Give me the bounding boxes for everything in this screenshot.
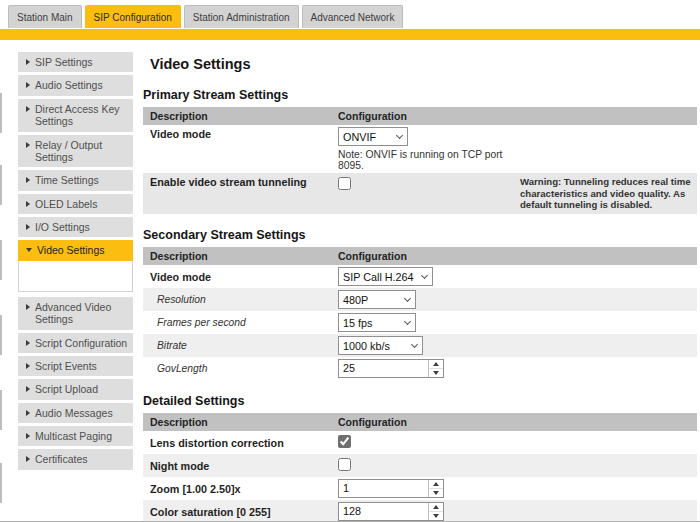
chevron-down-icon xyxy=(26,248,32,252)
tunneling-warning: Warning: Tunneling reduces real time cha… xyxy=(520,173,697,214)
fps-select[interactable]: 15 fps xyxy=(338,313,416,332)
column-header-configuration: Configuration xyxy=(338,248,520,264)
select-value: 15 fps xyxy=(343,317,372,329)
sidebar-item-script-configuration[interactable]: Script Configuration xyxy=(18,333,133,353)
left-edge-mark xyxy=(0,93,2,133)
sidebar-item-io-settings[interactable]: I/O Settings xyxy=(18,217,133,237)
chevron-right-icon xyxy=(26,340,30,346)
primary-video-mode-select[interactable]: ONVIF xyxy=(338,127,408,146)
color-saturation-label: Color saturation [0 255] xyxy=(143,503,338,521)
table-header-row: Description Configuration xyxy=(143,247,697,265)
resolution-select[interactable]: 480P xyxy=(338,290,416,309)
sidebar-item-label: I/O Settings xyxy=(35,221,90,233)
sidebar-item-sip-settings[interactable]: SIP Settings xyxy=(18,52,133,72)
column-header-description: Description xyxy=(143,413,338,431)
bitrate-select[interactable]: 1000 kb/s xyxy=(338,336,423,355)
chevron-right-icon xyxy=(26,142,30,148)
table-row: Color saturation [0 255] 128 xyxy=(143,500,697,522)
sidebar-item-certificates[interactable]: Certificates xyxy=(18,449,133,469)
select-value: 1000 kb/s xyxy=(343,340,390,352)
tab-label: Advanced Network xyxy=(311,12,395,23)
tab-station-main[interactable]: Station Main xyxy=(8,5,82,28)
spinner-down-icon[interactable] xyxy=(429,512,443,520)
page-root: Station Main SIP Configuration Station A… xyxy=(0,0,700,522)
night-mode-checkbox[interactable] xyxy=(338,458,351,471)
column-header-description: Description xyxy=(143,247,338,265)
sidebar-item-audio-messages[interactable]: Audio Messages xyxy=(18,403,133,423)
chevron-down-icon xyxy=(404,318,411,325)
video-mode-label: Video mode xyxy=(143,125,338,143)
left-edge-mark xyxy=(0,240,2,280)
zoom-label: Zoom [1.00 2.50]x xyxy=(143,480,338,498)
secondary-section-title: Secondary Stream Settings xyxy=(143,228,697,242)
spinner-down-icon[interactable] xyxy=(429,369,443,377)
table-row: Enable video stream tunneling Warning: T… xyxy=(143,173,697,214)
bitrate-label: Bitrate xyxy=(143,337,338,354)
govlength-input[interactable]: 25 xyxy=(338,359,444,378)
lens-distortion-label: Lens distortion correction xyxy=(143,434,338,452)
tab-bar: Station Main SIP Configuration Station A… xyxy=(0,0,700,28)
column-header-description: Description xyxy=(143,107,338,125)
chevron-right-icon xyxy=(26,433,30,439)
detailed-section-title: Detailed Settings xyxy=(143,394,697,408)
left-edge-mark xyxy=(0,390,2,430)
video-mode-label: Video mode xyxy=(143,268,338,286)
tab-advanced-network[interactable]: Advanced Network xyxy=(302,5,404,28)
sidebar-item-relay-output-settings[interactable]: Relay / Output Settings xyxy=(18,135,133,168)
onvif-note: Note: ONVIF is running on TCP port 8095. xyxy=(338,149,520,171)
spinner-up-icon[interactable] xyxy=(429,503,443,512)
spinner xyxy=(428,360,443,377)
input-value: 25 xyxy=(339,360,428,377)
sidebar-item-script-events[interactable]: Script Events xyxy=(18,356,133,376)
sidebar-item-label: Audio Settings xyxy=(35,79,103,91)
column-header-configuration: Configuration xyxy=(338,414,520,430)
chevron-right-icon xyxy=(26,59,30,65)
main-content: Video Settings Primary Stream Settings D… xyxy=(143,52,697,522)
tab-sip-configuration[interactable]: SIP Configuration xyxy=(85,5,181,28)
primary-stream-table: Description Configuration Video mode ONV… xyxy=(143,107,697,214)
sidebar-item-label: Video Settings xyxy=(37,244,105,256)
select-value: ONVIF xyxy=(343,131,376,143)
chevron-right-icon xyxy=(26,106,30,112)
night-mode-label: Night mode xyxy=(143,457,338,475)
table-row: Video mode ONVIF Note: ONVIF is running … xyxy=(143,125,697,173)
spinner xyxy=(428,503,443,520)
sidebar-item-video-settings[interactable]: Video Settings xyxy=(18,240,133,260)
spinner-up-icon[interactable] xyxy=(429,480,443,489)
chevron-right-icon xyxy=(26,82,30,88)
sidebar-item-advanced-video-settings[interactable]: Advanced Video Settings xyxy=(18,297,133,330)
sidebar-item-label: Script Configuration xyxy=(35,337,127,349)
govlength-label: GovLength xyxy=(143,360,338,377)
select-value: SIP Call H.264 xyxy=(343,271,414,283)
tunneling-checkbox[interactable] xyxy=(338,177,351,190)
zoom-input[interactable]: 1 xyxy=(338,479,444,498)
select-value: 480P xyxy=(343,294,368,306)
table-row: Zoom [1.00 2.50]x 1 xyxy=(143,477,697,500)
tunneling-label: Enable video stream tunneling xyxy=(143,173,338,191)
page-title: Video Settings xyxy=(150,56,697,72)
chevron-right-icon xyxy=(26,304,30,310)
fps-label: Frames per second xyxy=(143,314,338,331)
chevron-right-icon xyxy=(26,177,30,183)
lens-distortion-checkbox[interactable] xyxy=(338,435,351,448)
sidebar-item-audio-settings[interactable]: Audio Settings xyxy=(18,75,133,95)
table-header-row: Description Configuration xyxy=(143,413,697,431)
detailed-settings-table: Description Configuration Lens distortio… xyxy=(143,413,697,522)
color-saturation-input[interactable]: 128 xyxy=(338,502,444,521)
spinner-up-icon[interactable] xyxy=(429,360,443,369)
sidebar-item-label: Script Upload xyxy=(35,383,98,395)
chevron-right-icon xyxy=(26,201,30,207)
sidebar-item-multicast-paging[interactable]: Multicast Paging xyxy=(18,426,133,446)
spinner-down-icon[interactable] xyxy=(429,489,443,497)
chevron-down-icon xyxy=(396,131,403,138)
sidebar-item-oled-labels[interactable]: OLED Labels xyxy=(18,194,133,214)
secondary-video-mode-select[interactable]: SIP Call H.264 xyxy=(338,267,433,286)
chevron-right-icon xyxy=(26,456,30,462)
sidebar-item-script-upload[interactable]: Script Upload xyxy=(18,379,133,399)
tab-label: Station Administration xyxy=(193,12,290,23)
sidebar-item-time-settings[interactable]: Time Settings xyxy=(18,170,133,190)
sidebar-item-label: Time Settings xyxy=(35,174,99,186)
sidebar-item-direct-access-key-settings[interactable]: Direct Access Key Settings xyxy=(18,99,133,132)
sidebar-item-label: Script Events xyxy=(35,360,97,372)
tab-station-administration[interactable]: Station Administration xyxy=(184,5,299,28)
